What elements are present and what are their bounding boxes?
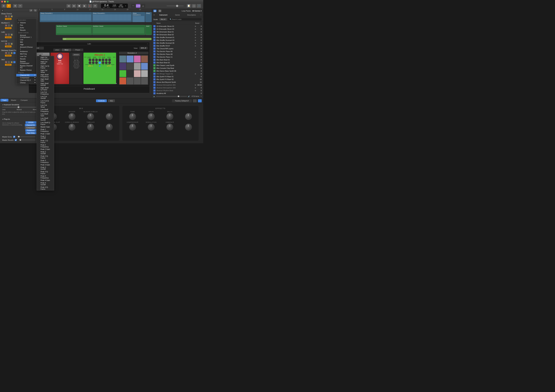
mute-icon[interactable]: 🔇 bbox=[5, 61, 7, 63]
control-knob[interactable] bbox=[68, 124, 75, 131]
menu-item[interactable]: Low Cut Slope bbox=[37, 104, 54, 108]
menu-item[interactable]: Amount (Chorus: ) bbox=[16, 46, 37, 50]
region-sharp-2[interactable]: Sharp Chorus#09.1 bbox=[92, 12, 132, 22]
loop-list[interactable]: 〰 12-8 Acoustic Strum 01 ⊕ 8〰 12-8 Acous… bbox=[152, 25, 203, 94]
pedal-thumbnails[interactable] bbox=[119, 55, 148, 85]
menu-item[interactable]: Low bbox=[16, 38, 37, 41]
notepad-button[interactable]: 📝 bbox=[187, 4, 191, 8]
control-knob[interactable] bbox=[106, 113, 113, 120]
menu-item[interactable]: High Shelf On/Off bbox=[37, 82, 54, 87]
download-icon[interactable]: ⊕ bbox=[195, 73, 196, 75]
menu-item[interactable]: Bypass Channel EQ bbox=[16, 65, 37, 69]
plugin-chip[interactable]: EXS24 bbox=[25, 121, 36, 124]
menu-item[interactable]: Low Shelf Gain bbox=[37, 113, 54, 117]
add-track-button[interactable]: + bbox=[1, 9, 4, 12]
volume-down-icon[interactable]: 🔈 bbox=[153, 95, 155, 97]
tab-distortion[interactable]: ortion bbox=[53, 49, 61, 51]
stomp-mixer[interactable]: MIXER BalPan APanB A·Mix·B bbox=[70, 53, 82, 84]
control-knob[interactable] bbox=[106, 124, 113, 131]
tab-genre[interactable]: Genre bbox=[170, 13, 185, 17]
menu-item[interactable]: High Cut Q-Factor bbox=[37, 65, 54, 69]
loop-item[interactable]: 〰 80s Console Chip Beat 8 bbox=[152, 67, 203, 70]
menu-item[interactable]: Master Gain bbox=[37, 126, 54, 128]
loop-packs-select[interactable]: All Genres ▾ bbox=[192, 10, 202, 12]
control-knob[interactable] bbox=[166, 124, 173, 131]
loop-item[interactable]: 〰 Academy All 8 bbox=[152, 92, 203, 94]
download-icon[interactable]: ⊕ bbox=[195, 34, 196, 36]
download-icon[interactable]: ⊕ bbox=[195, 31, 196, 33]
inspector-icon[interactable] bbox=[193, 99, 197, 102]
menu-item[interactable]: Echo bbox=[16, 26, 37, 29]
plugin-chip[interactable]: Compressor bbox=[25, 127, 36, 129]
menu-item[interactable]: Ambience bbox=[16, 50, 37, 53]
stomp-phaze[interactable]: PHAZE 2 RATESWEEP FLOORSWEEP CEILINGRATE… bbox=[83, 53, 116, 84]
master-echo-checkbox[interactable] bbox=[13, 136, 15, 138]
menu-item[interactable]: Reverb bbox=[16, 29, 37, 31]
preview-volume-slider[interactable] bbox=[156, 96, 187, 97]
automation-toggle[interactable]: — bbox=[13, 52, 15, 54]
menu-item[interactable]: Low Shelf On/Off bbox=[37, 117, 54, 121]
scale-select[interactable]: Any ⇵ bbox=[159, 18, 167, 21]
master-echo-slider[interactable] bbox=[17, 137, 36, 137]
loop-item[interactable]: 〰 70s Choral Riff Layers 8 bbox=[152, 47, 203, 50]
control-knob[interactable] bbox=[87, 124, 94, 131]
download-icon[interactable]: ⊕ bbox=[195, 39, 196, 41]
master-volume-slider[interactable] bbox=[167, 6, 184, 6]
loop-grid-icon[interactable]: ▦ bbox=[153, 10, 156, 12]
download-icon[interactable]: ⊕ bbox=[195, 36, 196, 38]
metronome-button[interactable]: △ bbox=[141, 4, 145, 8]
automation-toggle[interactable]: — bbox=[13, 61, 15, 63]
region-latin[interactable]: Latin bbox=[63, 38, 152, 40]
mute-icon[interactable]: 🔇 bbox=[5, 15, 7, 17]
control-knob[interactable] bbox=[129, 124, 136, 131]
region-sharp-4[interactable]: Sharp bbox=[146, 12, 152, 22]
expand-icon[interactable] bbox=[198, 99, 202, 102]
menu-item[interactable]: Peak 1 On/Off bbox=[37, 135, 54, 139]
media-browser-button[interactable]: 🎵 bbox=[197, 4, 201, 8]
loop-item[interactable]: 〰 60s Shuffle Drumset 03 ⊕ 8 bbox=[152, 39, 203, 42]
menu-item[interactable]: Reverb bbox=[16, 58, 37, 60]
mute-icon[interactable]: 🔇 bbox=[5, 52, 7, 54]
download-icon[interactable]: ⊕ bbox=[195, 84, 196, 86]
editors-button[interactable]: ✂ bbox=[18, 4, 22, 8]
loop-item[interactable]: 〰 4th Dimension Beat 01 ⊕ 8 bbox=[152, 30, 203, 33]
stop-button[interactable]: ⏹ bbox=[77, 4, 81, 8]
sensitivity-slider[interactable] bbox=[2, 107, 36, 108]
master-reverb-checkbox[interactable] bbox=[15, 139, 17, 141]
tab-track[interactable]: Track bbox=[0, 99, 8, 102]
close-browser-icon[interactable]: ✕ bbox=[152, 13, 156, 17]
control-knob[interactable] bbox=[148, 124, 155, 131]
plugin-chip[interactable]: Pedalboard bbox=[25, 129, 36, 131]
loop-item[interactable]: 〰 Abstract Atmosphere 080 ⊕ 8 bbox=[152, 86, 203, 89]
menu-item[interactable]: Low Cut Frequency bbox=[37, 91, 54, 95]
mute-icon[interactable]: 🔇 bbox=[5, 24, 7, 27]
loop-list-icon[interactable]: ☰ bbox=[158, 10, 161, 12]
menu-item[interactable]: High Cut On/Off bbox=[37, 60, 54, 65]
countin-button[interactable]: 1234 bbox=[136, 4, 140, 8]
menu-item[interactable]: Channel EQ bbox=[16, 74, 37, 76]
loop-item[interactable]: 〰 70s Electric Piano 11 ⊕ 8 bbox=[152, 56, 203, 58]
download-icon[interactable]: ⊕ bbox=[195, 56, 196, 58]
ruler[interactable]: 159131721252933 bbox=[38, 9, 152, 12]
loop-item[interactable]: 〰 60s Shuffle Drumset 06 ⊕ 8 bbox=[152, 42, 203, 44]
solo-icon[interactable]: 🎧 bbox=[8, 15, 10, 17]
loop-item[interactable]: 〰 70s Electric Piano 08 ⊕ 8 bbox=[152, 53, 203, 56]
loop-item[interactable]: 〰 12-8 Acoustic Strum 01 ⊕ 8 bbox=[152, 25, 203, 28]
download-icon[interactable]: ⊕ bbox=[195, 51, 196, 52]
plugin-chip[interactable]: Tape Delay bbox=[25, 132, 36, 134]
volume-up-icon[interactable]: 🔊 bbox=[188, 95, 190, 97]
volume-tag[interactable]: Volume bbox=[5, 18, 12, 20]
pedal-category-select[interactable]: Modulation ⇵ bbox=[119, 52, 148, 54]
volume-tag[interactable]: Volume bbox=[5, 45, 12, 47]
menu-item[interactable]: High Cut Frequency bbox=[37, 56, 54, 60]
automation-icon[interactable]: ↗ bbox=[29, 9, 32, 12]
tab-instrument[interactable]: Instrument bbox=[156, 13, 170, 17]
controls-tab[interactable]: Controls bbox=[96, 99, 107, 102]
menu-item[interactable]: Channel EQ 2 bbox=[16, 79, 37, 81]
lock-icon[interactable]: 🔒 bbox=[11, 15, 13, 17]
menu-item[interactable]: Compressor bbox=[16, 76, 37, 79]
forward-button[interactable]: ⏭ bbox=[72, 4, 76, 8]
loop-item[interactable]: 〰 70s Electric Piano 06 ⊕ 8 bbox=[152, 50, 203, 53]
solo-icon[interactable]: 🎧 bbox=[8, 43, 10, 45]
quick-help-button[interactable]: ? bbox=[7, 4, 11, 8]
